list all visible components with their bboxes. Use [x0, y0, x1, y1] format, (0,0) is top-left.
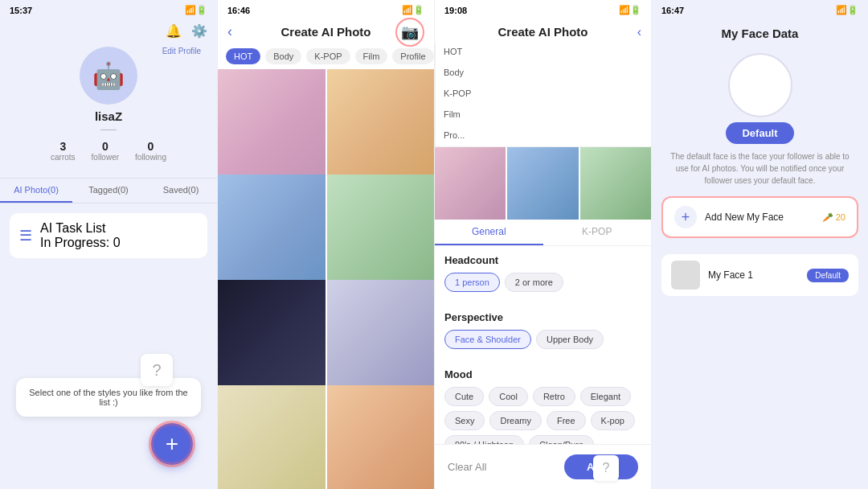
gallery-title: Create AI Photo: [281, 25, 371, 39]
face-default-badge[interactable]: Default: [807, 269, 849, 282]
back-button-2[interactable]: ‹: [227, 23, 232, 40]
chip-dreamy[interactable]: Dreamy: [489, 411, 542, 430]
carrot-icon: 🥕: [822, 212, 833, 223]
back-button-3[interactable]: ‹: [637, 25, 641, 39]
tab-tagged[interactable]: Tagged(0): [72, 179, 145, 203]
sub-tab-general[interactable]: General: [435, 220, 543, 245]
face-data-title: My Face Data: [722, 27, 799, 40]
plus-icon: +: [674, 206, 697, 228]
face-data-panel: 16:47 📶🔋 My Face Data Default The defaul…: [651, 0, 868, 489]
time-2: 16:46: [227, 6, 250, 15]
stat-following: 0 following: [135, 140, 166, 162]
status-bar-3: 19:08 📶🔋: [435, 0, 651, 20]
default-face-description: The default face is the face your follow…: [652, 150, 868, 196]
chip-cool[interactable]: Cool: [489, 387, 528, 406]
task-list-box: ☰ AI Task List In Progress: 0: [10, 213, 207, 258]
face-thumbnail: [671, 261, 700, 290]
perspective-chips: Face & Shoulder Upper Body: [444, 330, 641, 349]
filter-nav-hot[interactable]: HOT: [444, 47, 644, 60]
mood-section: Mood Cute Cool Retro Elegant Sexy Dreamy…: [435, 360, 651, 444]
perspective-title: Perspective: [444, 311, 641, 323]
bell-icon[interactable]: 🔔: [166, 23, 182, 39]
following-count: 0: [148, 140, 154, 153]
filter-chips-row: HOT Body K-POP Film Profile: [218, 43, 434, 69]
photo-item[interactable]: [327, 385, 435, 489]
chip-1person[interactable]: 1 person: [444, 273, 500, 292]
signal-icons-1: 📶🔋: [185, 5, 207, 15]
photo-item[interactable]: [218, 385, 326, 489]
fab-add-button[interactable]: +: [151, 423, 193, 465]
default-face-button[interactable]: Default: [726, 122, 793, 144]
filter-kpop[interactable]: K-POP: [306, 48, 350, 64]
gear-icon[interactable]: ⚙️: [191, 23, 207, 39]
status-bar-2: 16:46 📶🔋: [218, 0, 434, 20]
strip-photo-3: [580, 147, 651, 220]
filter-film[interactable]: Film: [355, 48, 388, 64]
mood-title: Mood: [444, 368, 641, 380]
signal-icons-4: 📶🔋: [836, 5, 858, 15]
sub-tabs: General K-POP: [435, 220, 651, 246]
tab-ai-photo[interactable]: AI Photo(0): [0, 179, 72, 203]
edit-profile-link[interactable]: Edit Profile: [162, 47, 201, 55]
filter-nav-body[interactable]: Body: [444, 68, 644, 80]
gallery-panel: 16:46 📶🔋 ‹ Create AI Photo 📷 HOT Body K-…: [217, 0, 434, 489]
camera-icon-button[interactable]: 📷: [395, 18, 424, 47]
chip-sexy[interactable]: Sexy: [444, 411, 485, 430]
status-bar-4: 16:47 📶🔋: [652, 0, 868, 20]
filter-title: Create AI Photo: [498, 25, 588, 39]
chip-2ormore[interactable]: 2 or more: [505, 273, 563, 292]
clear-all-button[interactable]: Clear All: [448, 461, 486, 473]
photo-grid: [218, 69, 434, 489]
tab-saved[interactable]: Saved(0): [145, 179, 217, 203]
profile-panel: 15:37 📶🔋 🔔 ⚙️ 🤖 Edit Profile lisaZ —— 3 …: [0, 0, 217, 489]
face-name: My Face 1: [708, 269, 799, 281]
sub-tab-kpop[interactable]: K-POP: [543, 220, 652, 245]
filter-body[interactable]: Body: [265, 48, 301, 64]
top-photo-strip: [435, 147, 651, 220]
status-bar-1: 15:37 📶🔋: [0, 0, 217, 20]
filter-nav-pro[interactable]: Pro...: [444, 130, 644, 143]
chip-kpop[interactable]: K-pop: [591, 411, 635, 430]
small-question-mark: ?: [593, 455, 619, 481]
chip-90s[interactable]: 90's / Highteen: [444, 435, 524, 444]
chip-elegant[interactable]: Elegant: [580, 387, 631, 406]
question-mark-box: ?: [141, 354, 173, 386]
perspective-section: Perspective Face & Shoulder Upper Body: [435, 303, 651, 360]
headcount-section: Headcount 1 person 2 or more: [435, 246, 651, 303]
following-label: following: [135, 153, 166, 162]
carrots-count: 3: [59, 140, 66, 153]
carrot-cost: 20: [836, 212, 845, 222]
filter-options-scroll: Headcount 1 person 2 or more Perspective…: [435, 246, 651, 444]
profile-tabs: AI Photo(0) Tagged(0) Saved(0): [0, 178, 217, 203]
add-face-label: Add New My Face: [705, 212, 784, 223]
face-avatar-circle: [728, 53, 792, 117]
username-sub: ——: [100, 125, 117, 134]
chip-free[interactable]: Free: [547, 411, 586, 430]
mood-chips: Cute Cool Retro Elegant Sexy Dreamy Free…: [444, 387, 641, 444]
username: lisaZ: [95, 109, 122, 123]
chip-retro[interactable]: Retro: [533, 387, 575, 406]
task-in-progress: In Progress: 0: [40, 236, 121, 250]
chip-clean[interactable]: Clean/Pure: [529, 435, 594, 444]
time-4: 16:47: [661, 6, 684, 15]
filter-panel: 19:08 📶🔋 ‹ Create AI Photo HOT Body K-PO…: [434, 0, 651, 489]
filter-hot[interactable]: HOT: [226, 48, 260, 64]
chip-upper-body[interactable]: Upper Body: [536, 330, 604, 349]
headcount-chips: 1 person 2 or more: [444, 273, 641, 292]
filter-header: ‹ Create AI Photo: [435, 20, 651, 43]
carrot-cost-badge: 🥕 20: [822, 212, 845, 223]
time-3: 19:08: [444, 6, 467, 15]
carrots-label: carrots: [51, 153, 76, 162]
strip-photo-1: [435, 147, 506, 220]
strip-photo-2: [507, 147, 578, 220]
stats-row: 3 carrots 0 follower 0 following: [51, 140, 166, 162]
chip-face-shoulder[interactable]: Face & Shoulder: [444, 330, 531, 349]
add-new-face-button[interactable]: + Add New My Face 🥕 20: [661, 196, 858, 238]
chip-cute[interactable]: Cute: [444, 387, 484, 406]
headcount-title: Headcount: [444, 254, 641, 266]
filter-nav-kpop[interactable]: K-POP: [444, 88, 644, 101]
stat-carrots: 3 carrots: [51, 140, 76, 162]
filter-nav-film[interactable]: Film: [444, 109, 644, 122]
filter-profile[interactable]: Profile: [392, 48, 433, 64]
follower-count: 0: [102, 140, 108, 153]
